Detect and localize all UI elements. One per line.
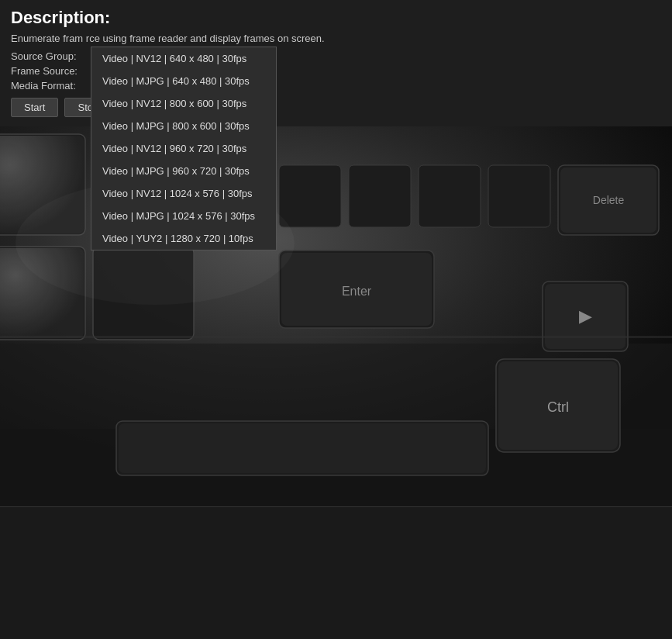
svg-text:Ctrl: Ctrl	[547, 399, 569, 415]
frame-source-label: Frame Source:	[11, 65, 100, 77]
svg-rect-26	[488, 165, 550, 227]
dropdown-item-8[interactable]: Video | YUY2 | 1280 x 720 | 10fps	[91, 227, 276, 250]
dropdown-item-6[interactable]: Video | NV12 | 1024 x 576 | 30fps	[91, 182, 276, 205]
svg-rect-30	[119, 423, 486, 473]
source-group-label: Source Group:	[11, 50, 100, 62]
svg-text:Enter: Enter	[342, 285, 372, 298]
media-format-dropdown[interactable]: Video | NV12 | 640 x 480 | 30fpsVideo | …	[91, 47, 277, 250]
svg-rect-23	[279, 165, 341, 227]
description-title: Description:	[11, 8, 661, 28]
svg-rect-25	[419, 165, 481, 227]
dropdown-item-2[interactable]: Video | NV12 | 800 x 600 | 30fps	[91, 92, 276, 115]
svg-rect-24	[349, 165, 411, 227]
svg-text:▶: ▶	[579, 306, 592, 326]
svg-text:Delete: Delete	[593, 194, 625, 206]
dropdown-item-7[interactable]: Video | MJPG | 1024 x 576 | 30fps	[91, 205, 276, 227]
start-button[interactable]: Start	[11, 98, 58, 117]
dropdown-item-1[interactable]: Video | MJPG | 640 x 480 | 30fps	[91, 70, 276, 92]
dropdown-item-5[interactable]: Video | MJPG | 960 x 720 | 30fps	[91, 160, 276, 182]
media-format-label: Media Format:	[11, 80, 100, 92]
dropdown-item-0[interactable]: Video | NV12 | 640 x 480 | 30fps	[91, 47, 276, 70]
svg-rect-28	[0, 336, 672, 338]
dropdown-item-4[interactable]: Video | NV12 | 960 x 720 | 30fps	[91, 137, 276, 160]
log-area	[0, 506, 672, 516]
dropdown-item-3[interactable]: Video | MJPG | 800 x 600 | 30fps	[91, 115, 276, 137]
description-text: Enumerate fram rce using frame reader an…	[11, 33, 661, 44]
